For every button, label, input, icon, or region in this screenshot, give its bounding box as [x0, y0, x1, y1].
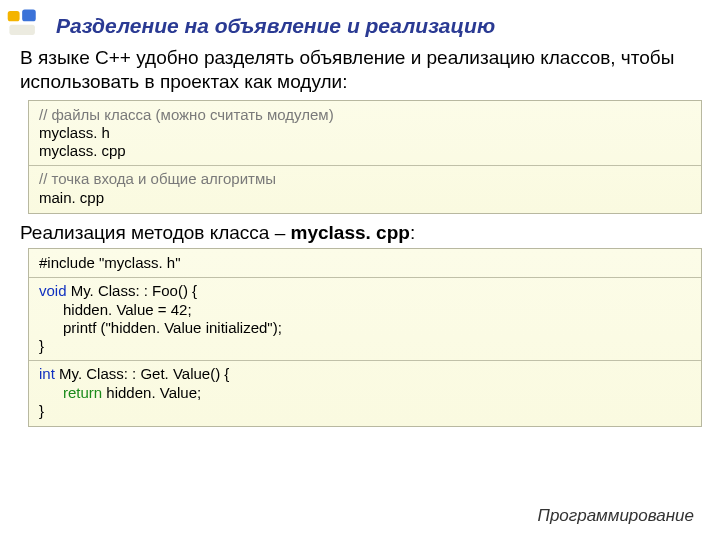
svg-rect-1 [22, 9, 36, 21]
page-title: Разделение на объявление и реализацию [56, 14, 720, 38]
section-subhead: Реализация методов класса – myclass. cpp… [20, 222, 702, 244]
logo-icon [6, 6, 40, 40]
code-line: } [39, 402, 691, 420]
code-line: main. cpp [39, 189, 691, 207]
keyword-return: return [63, 384, 102, 401]
code-line: printf ("hidden. Value initialized"); [39, 319, 691, 337]
code-text: hidden. Value; [102, 384, 201, 401]
code-text: My. Class: : Get. Value() { [55, 365, 230, 382]
divider [29, 277, 701, 278]
code-comment: // точка входа и общие алгоритмы [39, 170, 691, 188]
code-comment: // файлы класса (можно считать модулем) [39, 106, 691, 124]
subhead-tail: : [410, 222, 415, 243]
svg-rect-0 [8, 11, 20, 21]
code-line: } [39, 337, 691, 355]
code-line: hidden. Value = 42; [39, 301, 691, 319]
keyword: int [39, 365, 55, 382]
impl-codebox: #include "myclass. h" void My. Class: : … [28, 248, 702, 427]
code-line: void My. Class: : Foo() { [39, 282, 691, 300]
footer-label: Программирование [538, 506, 694, 526]
svg-rect-2 [9, 25, 35, 35]
code-line: myclass. cpp [39, 142, 691, 160]
code-text: My. Class: : Foo() { [67, 282, 198, 299]
code-line: myclass. h [39, 124, 691, 142]
code-line: int My. Class: : Get. Value() { [39, 365, 691, 383]
subhead-text: Реализация методов класса – [20, 222, 291, 243]
code-line: #include "myclass. h" [39, 254, 691, 272]
intro-text: В языке C++ удобно разделять объявление … [20, 46, 702, 94]
subhead-filename: myclass. cpp [291, 222, 410, 243]
divider [29, 165, 701, 166]
files-codebox: // файлы класса (можно считать модулем) … [28, 100, 702, 214]
code-line: return hidden. Value; [39, 384, 691, 402]
divider [29, 360, 701, 361]
keyword: void [39, 282, 67, 299]
